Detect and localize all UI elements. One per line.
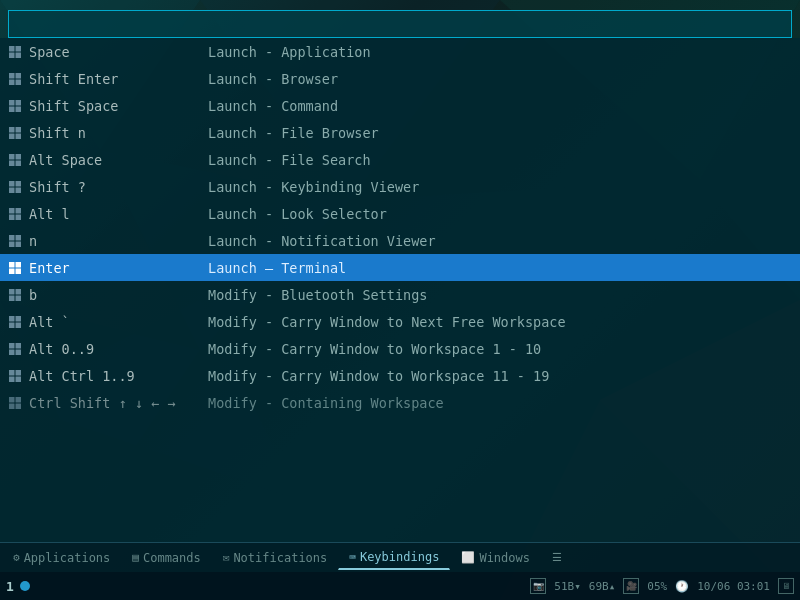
- windows-icon: [8, 45, 22, 59]
- svg-rect-13: [9, 52, 15, 58]
- tab-icon: ⌨: [349, 551, 356, 564]
- tab-icon: ⚙: [13, 551, 20, 564]
- windows-icon: [8, 234, 22, 248]
- svg-rect-36: [16, 208, 22, 214]
- keybinding-description: Launch - Browser: [208, 71, 792, 87]
- svg-rect-60: [16, 370, 22, 376]
- tab-windows[interactable]: ⬜ Windows: [450, 546, 541, 570]
- key-label: Space: [29, 44, 70, 60]
- windows-icon: [8, 396, 22, 410]
- keybinding-row[interactable]: Shift Enter Launch - Browser: [0, 65, 800, 92]
- key-label: n: [29, 233, 37, 249]
- svg-rect-38: [16, 214, 22, 220]
- cpu-icon: 🎥: [623, 578, 639, 594]
- svg-rect-43: [9, 262, 15, 268]
- svg-rect-56: [16, 343, 22, 349]
- keybinding-row[interactable]: Enter Launch – Terminal: [0, 254, 800, 281]
- keybinding-row[interactable]: Space Launch - Application: [0, 38, 800, 65]
- workspace-dot: [20, 581, 30, 591]
- workspace-number: 1: [6, 579, 14, 594]
- svg-rect-23: [9, 127, 15, 133]
- taskbar-left: 1: [6, 579, 30, 594]
- svg-rect-57: [9, 349, 15, 355]
- keybinding-row[interactable]: Alt ` Modify - Carry Window to Next Free…: [0, 308, 800, 335]
- keybinding-row[interactable]: Shift n Launch - File Browser: [0, 119, 800, 146]
- windows-icon: [8, 342, 22, 356]
- keybinding-key: Alt `: [8, 314, 208, 330]
- svg-rect-14: [16, 52, 22, 58]
- keybinding-key: Shift ?: [8, 179, 208, 195]
- keybinding-row[interactable]: Shift Space Launch - Command: [0, 92, 800, 119]
- tab-keybindings[interactable]: ⌨ Keybindings: [338, 545, 450, 570]
- tab-notifications[interactable]: ✉ Notifications: [212, 546, 339, 570]
- tab-label: Windows: [479, 551, 530, 565]
- tab-commands[interactable]: ▤ Commands: [121, 546, 211, 570]
- svg-rect-27: [9, 154, 15, 160]
- keybinding-row[interactable]: b Modify - Bluetooth Settings: [0, 281, 800, 308]
- cpu-stat: 05%: [647, 580, 667, 593]
- keybinding-row[interactable]: Alt 0..9 Modify - Carry Window to Worksp…: [0, 335, 800, 362]
- download-stat: 51B▾: [554, 580, 581, 593]
- svg-rect-41: [9, 241, 15, 247]
- svg-rect-28: [16, 154, 22, 160]
- svg-rect-59: [9, 370, 15, 376]
- svg-rect-45: [9, 268, 15, 274]
- svg-rect-58: [16, 349, 22, 355]
- keybinding-row[interactable]: Alt l Launch - Look Selector: [0, 200, 800, 227]
- search-area: [8, 10, 792, 38]
- keybinding-key: Shift n: [8, 125, 208, 141]
- search-input[interactable]: [17, 15, 783, 33]
- svg-rect-20: [16, 100, 22, 106]
- svg-rect-33: [9, 187, 15, 193]
- svg-rect-31: [9, 181, 15, 187]
- tab-applications[interactable]: ⚙ Applications: [2, 546, 121, 570]
- svg-rect-48: [16, 289, 22, 295]
- keybinding-key: Shift Space: [8, 98, 208, 114]
- key-label: Alt l: [29, 206, 70, 222]
- screen-icon: 🖥: [778, 578, 794, 594]
- svg-rect-32: [16, 181, 22, 187]
- keybinding-row[interactable]: Alt Ctrl 1..9 Modify - Carry Window to W…: [0, 362, 800, 389]
- svg-rect-47: [9, 289, 15, 295]
- svg-rect-46: [16, 268, 22, 274]
- tab-menu[interactable]: ☰: [541, 546, 573, 569]
- windows-icon: [8, 99, 22, 113]
- keybinding-description: Launch - File Browser: [208, 125, 792, 141]
- windows-icon: [8, 180, 22, 194]
- keybinding-description: Launch - File Search: [208, 152, 792, 168]
- keybinding-row[interactable]: Shift ? Launch - Keybinding Viewer: [0, 173, 800, 200]
- svg-rect-15: [9, 73, 15, 79]
- svg-rect-29: [9, 160, 15, 166]
- svg-rect-53: [9, 322, 15, 328]
- key-label: Alt Space: [29, 152, 102, 168]
- keybinding-description: Launch - Look Selector: [208, 206, 792, 222]
- svg-rect-22: [16, 106, 22, 112]
- keybinding-description: Launch - Notification Viewer: [208, 233, 792, 249]
- svg-rect-64: [16, 397, 22, 403]
- windows-icon: [8, 315, 22, 329]
- svg-rect-19: [9, 100, 15, 106]
- keybinding-row[interactable]: Ctrl Shift ↑ ↓ ← → Modify - Containing W…: [0, 389, 800, 416]
- windows-icon: [8, 126, 22, 140]
- keybinding-key: Shift Enter: [8, 71, 208, 87]
- keybinding-key: Enter: [8, 260, 208, 276]
- windows-icon: [8, 288, 22, 302]
- keybinding-key: Alt Ctrl 1..9: [8, 368, 208, 384]
- svg-rect-16: [16, 73, 22, 79]
- tab-icon: ⬜: [461, 551, 475, 564]
- keybinding-row[interactable]: Alt Space Launch - File Search: [0, 146, 800, 173]
- keybinding-description: Modify - Containing Workspace: [208, 395, 792, 411]
- keybinding-description: Launch - Keybinding Viewer: [208, 179, 792, 195]
- keybinding-row[interactable]: n Launch - Notification Viewer: [0, 227, 800, 254]
- windows-icon: [8, 207, 22, 221]
- svg-rect-35: [9, 208, 15, 214]
- keybinding-description: Modify - Carry Window to Workspace 1 - 1…: [208, 341, 792, 357]
- key-label: Alt `: [29, 314, 70, 330]
- svg-rect-25: [9, 133, 15, 139]
- key-label: Ctrl Shift ↑ ↓ ← →: [29, 395, 175, 411]
- svg-rect-52: [16, 316, 22, 322]
- keybinding-key: n: [8, 233, 208, 249]
- svg-rect-30: [16, 160, 22, 166]
- datetime: 10/06 03:01: [697, 580, 770, 593]
- keybinding-description: Modify - Bluetooth Settings: [208, 287, 792, 303]
